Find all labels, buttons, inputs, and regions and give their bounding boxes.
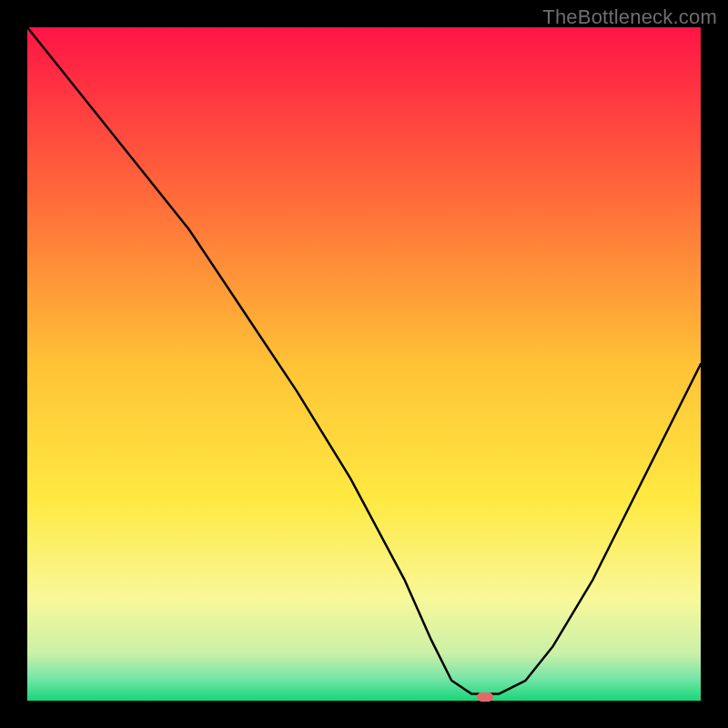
optimum-marker: [477, 693, 493, 702]
chart-frame: TheBottleneck.com: [0, 0, 728, 728]
source-label: TheBottleneck.com: [542, 5, 717, 29]
background-gradient: [27, 27, 701, 701]
plot-area: [27, 27, 701, 701]
